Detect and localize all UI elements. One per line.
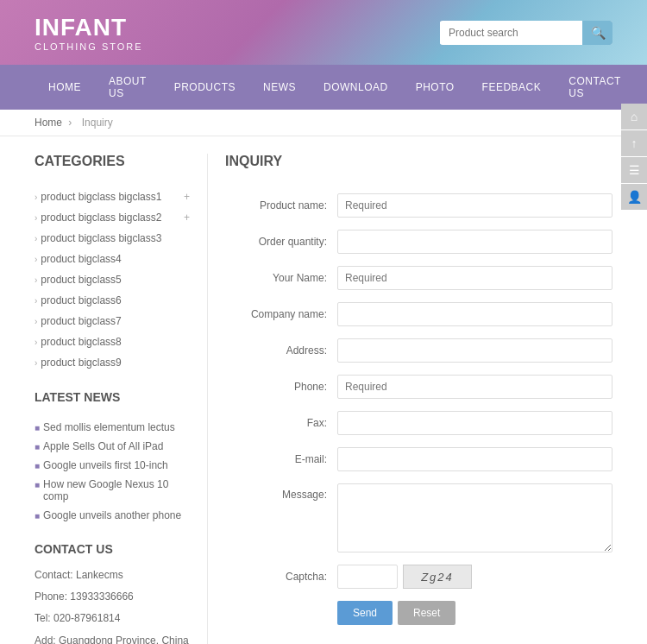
message-textarea[interactable]	[337, 483, 612, 552]
fax-row: Fax:	[225, 411, 612, 435]
order-quantity-label: Order quantity:	[225, 236, 337, 248]
search-input[interactable]	[440, 22, 582, 44]
search-box: 🔍	[440, 21, 612, 45]
news-dot-4: ■	[35, 480, 40, 489]
news-dot-3: ■	[35, 461, 40, 470]
address-row: Address:	[225, 338, 612, 363]
nav-about[interactable]: ABOUT US	[95, 65, 160, 110]
company-name-label: Company name:	[225, 308, 337, 320]
news-label-3: Google unveils first 10-inch	[43, 459, 168, 471]
breadcrumb-home[interactable]: Home	[35, 117, 62, 129]
reset-button[interactable]: Reset	[398, 601, 455, 625]
news-item-2[interactable]: ■ Apple Sells Out of All iPad	[35, 437, 190, 456]
captcha-input[interactable]	[337, 565, 398, 589]
home-icon[interactable]: ⌂	[621, 104, 647, 129]
product-name-label: Product name:	[225, 199, 337, 212]
captcha-code: Zg24	[421, 571, 454, 584]
cat-item-3[interactable]: › product bigclass bigclass3	[35, 228, 190, 249]
news-item-1[interactable]: ■ Sed mollis elementum lectus	[35, 418, 190, 437]
cat-label-3: product bigclass bigclass3	[41, 232, 161, 244]
cat-label-7: product bigclass7	[41, 315, 121, 327]
cat-item-7[interactable]: › product bigclass7	[35, 311, 190, 331]
news-item-4[interactable]: ■ How new Google Nexus 10 comp	[35, 475, 190, 506]
news-label-4: How new Google Nexus 10 comp	[43, 478, 190, 502]
nav-photo[interactable]: PHOTO	[402, 71, 468, 104]
header: INFANT CLOTHING STORE 🔍	[0, 0, 647, 65]
share-icon[interactable]: ↑	[621, 130, 647, 156]
user-icon[interactable]: 👤	[621, 184, 647, 210]
arrow-icon-4: ›	[35, 255, 37, 264]
submit-row: Send Reset	[225, 601, 612, 625]
breadcrumb: Home › Inquiry	[0, 110, 647, 136]
address-label: Address:	[225, 344, 337, 357]
contact-add: Add: Guangdong Province, China TianHe Di…	[35, 630, 190, 644]
nav-products[interactable]: PRODUCTS	[160, 71, 249, 104]
plus-icon-1: +	[184, 191, 190, 203]
cat-item-9[interactable]: › product bigclass9	[35, 352, 190, 373]
logo-small: CLOTHING STORE	[35, 41, 143, 52]
contact-contact: Contact: Lankecms	[35, 565, 190, 586]
news-dot-1: ■	[35, 423, 40, 432]
captcha-image: Zg24	[403, 565, 472, 589]
contact-us-title: CONTACT US	[35, 542, 190, 556]
contact-phone: Phone: 13933336666	[35, 586, 190, 608]
company-name-input[interactable]	[337, 302, 612, 326]
captcha-label: Captcha:	[225, 571, 337, 583]
fax-input[interactable]	[337, 411, 612, 435]
list-icon[interactable]: ☰	[621, 157, 647, 183]
contact-tel: Tel: 020-87961814	[35, 608, 190, 629]
categories-title: CATEGORIES	[35, 154, 190, 176]
order-quantity-row: Order quantity:	[225, 230, 612, 254]
news-label-2: Apple Sells Out of All iPad	[43, 440, 163, 452]
message-row: Message:	[225, 483, 612, 552]
cat-item-1[interactable]: › product bigclass bigclass1 +	[35, 186, 190, 207]
arrow-icon-2: ›	[35, 213, 37, 223]
arrow-icon-7: ›	[35, 317, 37, 326]
nav-feedback[interactable]: FEEDBACK	[468, 71, 556, 104]
logo-big: INFANT	[35, 14, 143, 41]
your-name-label: Your Name:	[225, 272, 337, 284]
cat-label-9: product bigclass9	[41, 357, 121, 369]
message-label: Message:	[225, 483, 337, 501]
cat-item-2[interactable]: › product bigclass bigclass2 +	[35, 207, 190, 228]
inquiry-title: INQUIRY	[225, 154, 612, 176]
inquiry-form: INQUIRY Product name: Order quantity: Yo…	[207, 154, 612, 644]
order-quantity-input[interactable]	[337, 230, 612, 254]
breadcrumb-current: Inquiry	[82, 117, 113, 129]
nav-home[interactable]: HOME	[35, 71, 95, 104]
phone-label: Phone:	[225, 381, 337, 393]
cat-item-6[interactable]: › product bigclass6	[35, 290, 190, 311]
address-input[interactable]	[337, 338, 612, 363]
cat-label-6: product bigclass6	[41, 294, 121, 306]
arrow-icon-9: ›	[35, 358, 37, 368]
news-item-5[interactable]: ■ Google unveils another phone	[35, 506, 190, 525]
news-dot-2: ■	[35, 442, 40, 451]
cat-label-8: product bigclass8	[41, 336, 121, 348]
nav-news[interactable]: NEWS	[249, 71, 310, 104]
breadcrumb-separator: ›	[68, 117, 72, 129]
arrow-icon-1: ›	[35, 193, 37, 202]
captcha-row: Captcha: Zg24	[225, 565, 612, 589]
nav-download[interactable]: DOWNLOAD	[310, 71, 402, 104]
your-name-input[interactable]	[337, 266, 612, 290]
cat-item-5[interactable]: › product bigclass5	[35, 269, 190, 290]
product-name-input[interactable]	[337, 193, 612, 218]
sidebar: CATEGORIES › product bigclass bigclass1 …	[35, 154, 207, 644]
send-button[interactable]: Send	[337, 601, 393, 625]
search-button[interactable]: 🔍	[582, 21, 612, 45]
cat-item-8[interactable]: › product bigclass8	[35, 331, 190, 352]
arrow-icon-5: ›	[35, 275, 37, 285]
news-dot-5: ■	[35, 511, 40, 521]
logo: INFANT CLOTHING STORE	[35, 14, 143, 52]
latest-news-title: LATEST NEWS	[35, 390, 190, 409]
cat-item-4[interactable]: › product bigclass4	[35, 249, 190, 269]
your-name-row: Your Name:	[225, 266, 612, 290]
cat-label-4: product bigclass4	[41, 253, 121, 265]
email-input[interactable]	[337, 447, 612, 471]
news-item-3[interactable]: ■ Google unveils first 10-inch	[35, 456, 190, 475]
arrow-icon-8: ›	[35, 338, 37, 347]
email-label: E-mail:	[225, 453, 337, 465]
cat-label-2: product bigclass bigclass2	[41, 212, 161, 224]
main-content: CATEGORIES › product bigclass bigclass1 …	[0, 136, 647, 644]
phone-input[interactable]	[337, 375, 612, 399]
